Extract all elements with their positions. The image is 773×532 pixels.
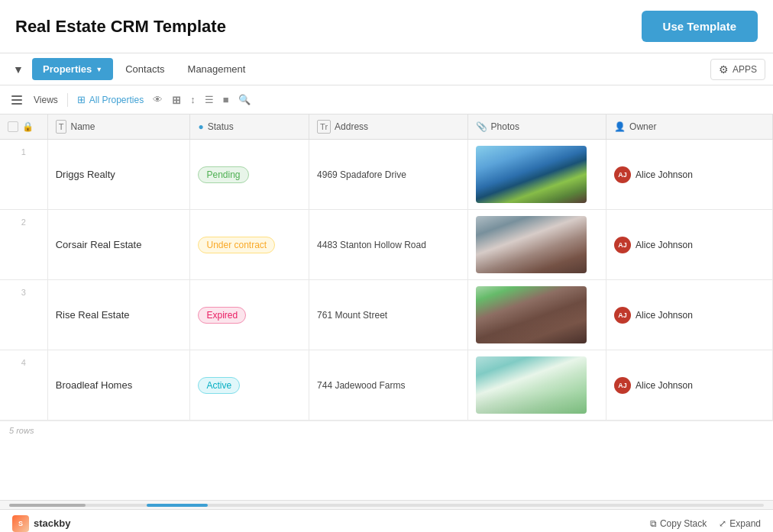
row-number: 4 bbox=[0, 350, 47, 421]
toolbar: Views ⊞ All Properties 👁 ⊞ ↕ ☰ ■ 🔍 bbox=[0, 85, 773, 114]
address-cell[interactable]: 761 Mount Street bbox=[309, 280, 467, 350]
photos-cell[interactable] bbox=[467, 210, 606, 280]
sort-icon[interactable]: ↕ bbox=[190, 94, 196, 105]
address-cell[interactable]: 744 Jadewood Farms bbox=[309, 350, 467, 421]
table-row[interactable]: 4 Broadleaf Homes Active 744 Jadewood Fa… bbox=[0, 350, 773, 421]
photo-thumbnail[interactable] bbox=[476, 286, 587, 343]
status-badge: Pending bbox=[198, 166, 248, 183]
rows-count-label: 5 rows bbox=[0, 421, 773, 440]
grid-icon: ⊞ bbox=[77, 94, 86, 105]
row-number: 1 bbox=[0, 140, 47, 210]
copy-stack-label: Copy Stack bbox=[660, 518, 707, 529]
status-cell[interactable]: Under contract bbox=[190, 210, 309, 280]
col-header-photos[interactable]: 📎 Photos bbox=[467, 114, 606, 140]
copy-icon: ⧉ bbox=[650, 518, 657, 529]
property-name: Corsair Real Estate bbox=[56, 239, 142, 250]
tab-management[interactable]: Management bbox=[177, 58, 257, 80]
owner-avatar: AJ bbox=[614, 377, 631, 394]
status-cell[interactable]: Expired bbox=[190, 280, 309, 350]
nav-collapse-button[interactable]: ▼ bbox=[8, 59, 29, 80]
col-header-address[interactable]: Tr Address bbox=[309, 114, 467, 140]
tab-management-label: Management bbox=[188, 63, 246, 75]
table-header-row: 🔒 T Name ● Status T bbox=[0, 114, 773, 140]
apps-label: APPS bbox=[733, 64, 757, 75]
owner-type-icon: 👤 bbox=[614, 121, 626, 132]
address-cell[interactable]: 4483 Stanton Hollow Road bbox=[309, 210, 467, 280]
stackby-logo[interactable]: S stackby bbox=[12, 515, 70, 532]
property-name-cell[interactable]: Broadleaf Homes bbox=[47, 350, 190, 421]
search-icon[interactable]: 🔍 bbox=[238, 94, 251, 105]
photo-thumbnail[interactable] bbox=[476, 216, 587, 273]
status-cell[interactable]: Active bbox=[190, 350, 309, 421]
expand-button[interactable]: ⤢ Expand bbox=[719, 518, 761, 529]
col-header-owner[interactable]: 👤 Owner bbox=[606, 114, 773, 140]
status-badge: Active bbox=[198, 377, 240, 394]
stackby-logo-icon: S bbox=[12, 515, 29, 532]
owner-name: Alice Johnson bbox=[636, 240, 693, 250]
owner-avatar: AJ bbox=[614, 166, 631, 183]
collapse-icon: ▼ bbox=[13, 63, 24, 76]
color-icon[interactable]: ■ bbox=[223, 94, 229, 105]
tab-properties[interactable]: Properties ▼ bbox=[32, 58, 113, 80]
property-name-cell[interactable]: Driggs Realty bbox=[47, 140, 190, 210]
tab-properties-label: Properties bbox=[43, 63, 92, 75]
address-type-icon: Tr bbox=[317, 120, 331, 134]
property-name-cell[interactable]: Corsair Real Estate bbox=[47, 210, 190, 280]
col-address-label: Address bbox=[335, 121, 368, 132]
table-row[interactable]: 3 Rise Real Estate Expired 761 Mount Str… bbox=[0, 280, 773, 350]
table-row[interactable]: 2 Corsair Real Estate Under contract 448… bbox=[0, 210, 773, 280]
tab-contacts-label: Contacts bbox=[125, 63, 164, 75]
filter-icon[interactable]: ⊞ bbox=[172, 94, 181, 106]
use-template-button[interactable]: Use Template bbox=[642, 11, 758, 42]
owner-cell: AJ Alice Johnson bbox=[606, 280, 773, 350]
header: Real Estate CRM Template Use Template bbox=[0, 0, 773, 53]
address-text: 761 Mount Street bbox=[317, 310, 387, 321]
property-name-cell[interactable]: Rise Real Estate bbox=[47, 280, 190, 350]
hamburger-icon[interactable] bbox=[9, 93, 24, 107]
photo-thumbnail[interactable] bbox=[476, 146, 587, 203]
chevron-down-icon: ▼ bbox=[95, 66, 102, 73]
address-text: 4483 Stanton Hollow Road bbox=[317, 240, 426, 250]
nav-bar: ▼ Properties ▼ Contacts Management ⚙ APP… bbox=[0, 53, 773, 85]
stackby-logo-text: stackby bbox=[34, 517, 70, 529]
col-header-status[interactable]: ● Status bbox=[190, 114, 309, 140]
expand-icon: ⤢ bbox=[719, 518, 726, 529]
status-cell[interactable]: Pending bbox=[190, 140, 309, 210]
photos-type-icon: 📎 bbox=[476, 121, 487, 132]
photos-cell[interactable] bbox=[467, 350, 606, 421]
text-type-icon: T bbox=[56, 120, 67, 134]
address-text: 4969 Spadafore Drive bbox=[317, 169, 406, 180]
copy-stack-button[interactable]: ⧉ Copy Stack bbox=[650, 518, 707, 529]
apps-button[interactable]: ⚙ APPS bbox=[710, 59, 765, 80]
tab-contacts[interactable]: Contacts bbox=[115, 58, 175, 80]
all-properties-button[interactable]: ⊞ All Properties bbox=[77, 94, 144, 105]
row-number: 3 bbox=[0, 280, 47, 350]
owner-avatar: AJ bbox=[614, 237, 631, 253]
address-text: 744 Jadewood Farms bbox=[317, 380, 405, 391]
table-row[interactable]: 1 Driggs Realty Pending 4969 Spadafore D… bbox=[0, 140, 773, 210]
status-type-icon: ● bbox=[198, 121, 203, 132]
views-label: Views bbox=[34, 95, 58, 105]
photos-cell[interactable] bbox=[467, 140, 606, 210]
col-owner-label: Owner bbox=[629, 121, 656, 132]
photos-cell[interactable] bbox=[467, 280, 606, 350]
owner-cell: AJ Alice Johnson bbox=[606, 210, 773, 280]
col-header-checkbox: 🔒 bbox=[0, 114, 47, 140]
horizontal-scrollbar-thumb[interactable] bbox=[147, 504, 208, 507]
owner-name: Alice Johnson bbox=[636, 380, 693, 391]
page-title: Real Estate CRM Template bbox=[15, 17, 226, 37]
owner-name: Alice Johnson bbox=[636, 310, 693, 321]
owner-cell: AJ Alice Johnson bbox=[606, 140, 773, 210]
eye-icon[interactable]: 👁 bbox=[153, 94, 163, 105]
col-status-label: Status bbox=[208, 121, 234, 132]
views-button[interactable]: Views bbox=[34, 95, 58, 105]
property-name: Broadleaf Homes bbox=[56, 379, 132, 391]
photo-thumbnail[interactable] bbox=[476, 356, 587, 414]
col-header-name[interactable]: T Name bbox=[47, 114, 190, 140]
row-number: 2 bbox=[0, 210, 47, 280]
owner-avatar: AJ bbox=[614, 307, 631, 324]
col-photos-label: Photos bbox=[491, 121, 519, 132]
address-cell[interactable]: 4969 Spadafore Drive bbox=[309, 140, 467, 210]
scrollbar-area[interactable] bbox=[0, 500, 773, 509]
group-icon[interactable]: ☰ bbox=[205, 94, 214, 105]
